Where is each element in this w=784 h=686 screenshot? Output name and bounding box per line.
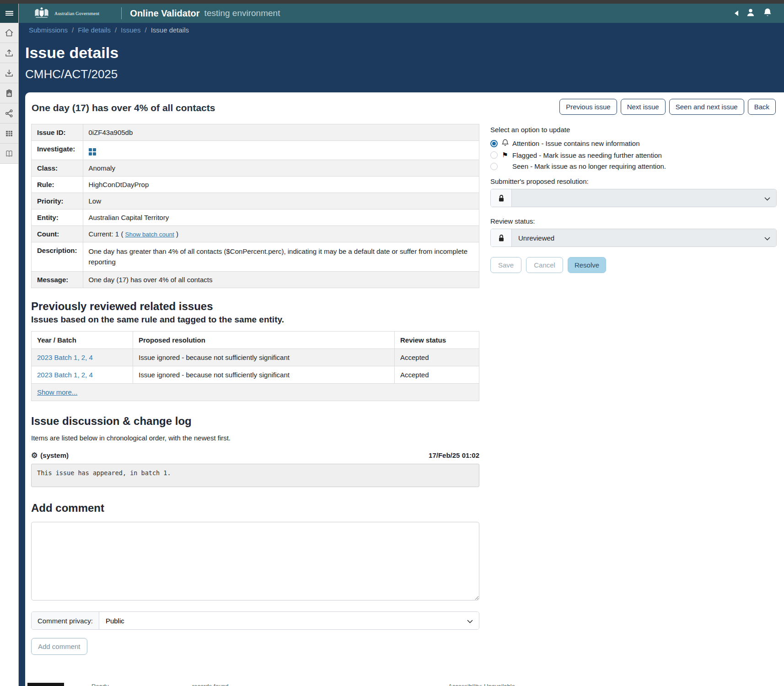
breadcrumb-current: Issue details [151,26,189,34]
update-panel: Select an option to update Attention - I… [490,124,777,655]
message-value: One day (17) has over 4% of all contacts [83,272,479,288]
table-row: 2023 Batch 1, 2, 4 Issue ignored - becau… [32,366,479,384]
save-button[interactable]: Save [490,257,521,273]
collapse-chevron-icon[interactable] [735,11,738,16]
radio-flagged-label: Flagged - Mark issue as needing further … [512,151,662,159]
related-issues-table: Year / Batch Proposed resolution Review … [31,331,479,401]
table-row: Message: One day (17) has over 4% of all… [32,272,479,288]
col-year-batch: Year / Batch [32,332,133,349]
breadcrumb-file-details[interactable]: File details [78,26,111,34]
table-row: Show more... [32,384,479,401]
back-button[interactable]: Back [748,99,776,115]
menu-icon[interactable] [0,4,18,23]
notifications-bell-icon[interactable] [763,8,772,19]
home-icon[interactable] [0,23,18,43]
resolution-select[interactable] [490,189,777,207]
count-label: Count: [32,226,83,242]
count-prefix: Current: 1 ( [89,230,124,238]
radio-attention-label: Attention - Issue contains new informati… [512,139,639,147]
show-more-link[interactable]: Show more... [37,388,77,396]
entry-text: This issue has appeared, in batch 1. [31,464,479,487]
add-comment-heading: Add comment [31,502,479,514]
report-icon[interactable] [0,83,18,103]
table-row: 2023 Batch 1, 2, 4 Issue ignored - becau… [32,349,479,366]
flag-icon: ⚑ [501,151,509,159]
gov-label: Australian Government [54,11,99,16]
table-row: Class: Anomaly [32,160,479,177]
page-title: Issue details [25,44,784,62]
entity-value: Australian Capital Territory [83,209,479,226]
class-value: Anomaly [83,160,479,177]
status-cell: Accepted [395,349,479,366]
investigate-grid-icon[interactable] [89,148,96,155]
comment-privacy-label: Comment privacy: [32,612,99,629]
issue-details-table: Issue ID: 0iZF43a905db Investigate: Cla [31,124,479,288]
status-cell: Accepted [395,366,479,384]
issue-id-label: Issue ID: [32,124,83,141]
bell-icon [501,139,509,148]
comment-privacy-group: Comment privacy: Public [31,611,479,630]
discussion-heading: Issue discussion & change log [31,415,479,428]
breadcrumb: Submissions / File details / Issues / Is… [19,23,784,37]
table-row: Entity: Australian Capital Territory [32,209,479,226]
breadcrumb-separator: / [72,26,74,34]
table-row: Rule: HighConDtDayProp [32,177,479,193]
cancel-button[interactable]: Cancel [526,257,563,273]
issue-heading: One day (17) has over 4% of all contacts [32,102,215,113]
radio-unselected-icon[interactable] [490,151,498,159]
priority-label: Priority: [32,193,83,209]
breadcrumb-submissions[interactable]: Submissions [29,26,68,34]
previous-issue-button[interactable]: Previous issue [559,99,617,115]
year-batch-link[interactable]: 2023 Batch 1, 2, 4 [37,371,93,379]
radio-unselected-icon[interactable] [490,163,498,170]
gear-icon: ⚙ [31,451,38,460]
breadcrumb-separator: / [145,26,146,34]
share-icon[interactable] [0,103,18,123]
issue-card: One day (17) has over 4% of all contacts… [25,92,784,686]
add-comment-button[interactable]: Add comment [31,638,87,655]
table-row: Investigate: [32,141,479,160]
review-status-select[interactable]: Unreviewed [490,229,777,247]
entry-timestamp: 17/Feb/25 01:02 [429,451,479,459]
next-issue-button[interactable]: Next issue [621,99,666,115]
book-icon[interactable] [0,144,18,164]
radio-attention[interactable]: Attention - Issue contains new informati… [490,139,777,148]
review-status-label: Review status: [490,217,777,225]
radio-flagged[interactable]: ⚑ Flagged - Mark issue as needing furthe… [490,151,777,159]
chevron-down-icon [467,617,473,625]
radio-seen-label: Seen - Mark issue as no longer requiring… [512,162,666,170]
breadcrumb-separator: / [115,26,117,34]
page-head: Issue details CMHC/ACT/2025 [19,37,784,92]
radio-selected-icon[interactable] [490,140,498,147]
resolution-cell: Issue ignored - because not sufficiently… [133,349,395,366]
resolution-label: Submitter's proposed resolution: [490,177,777,185]
col-review-status: Review status [395,332,479,349]
class-label: Class: [32,160,83,177]
download-icon[interactable] [0,63,18,83]
comment-textarea[interactable] [31,522,479,600]
radio-seen[interactable]: Seen - Mark issue as no longer requiring… [490,162,777,170]
app-title: Online Validator [130,8,199,19]
lock-icon [491,229,512,247]
table-row: Priority: Low [32,193,479,209]
issue-id-value: 0iZF43a905db [83,124,479,141]
discussion-note: Items are listed below in chronological … [31,434,479,442]
show-batch-count-link[interactable]: Show batch count [125,231,174,238]
investigate-label: Investigate: [32,141,83,160]
app-subtitle: testing environment [204,8,280,18]
table-row: Description: One day has greater than 4%… [32,242,479,272]
user-icon[interactable] [746,8,756,19]
resolve-button[interactable]: Resolve [568,257,606,273]
comment-privacy-select[interactable]: Public [99,612,479,629]
year-batch-link[interactable]: 2023 Batch 1, 2, 4 [37,354,93,361]
seen-and-next-issue-button[interactable]: Seen and next issue [669,99,744,115]
upload-icon[interactable] [0,43,18,63]
resolution-cell: Issue ignored - because not sufficiently… [133,366,395,384]
priority-value: Low [83,193,479,209]
icon-sidebar [0,4,19,686]
table-icon[interactable] [0,123,18,144]
count-value: Current: 1 ( Show batch count ) [83,226,479,242]
rule-value: HighConDtDayProp [83,177,479,193]
update-panel-heading: Select an option to update [490,126,777,134]
breadcrumb-issues[interactable]: Issues [121,26,140,34]
